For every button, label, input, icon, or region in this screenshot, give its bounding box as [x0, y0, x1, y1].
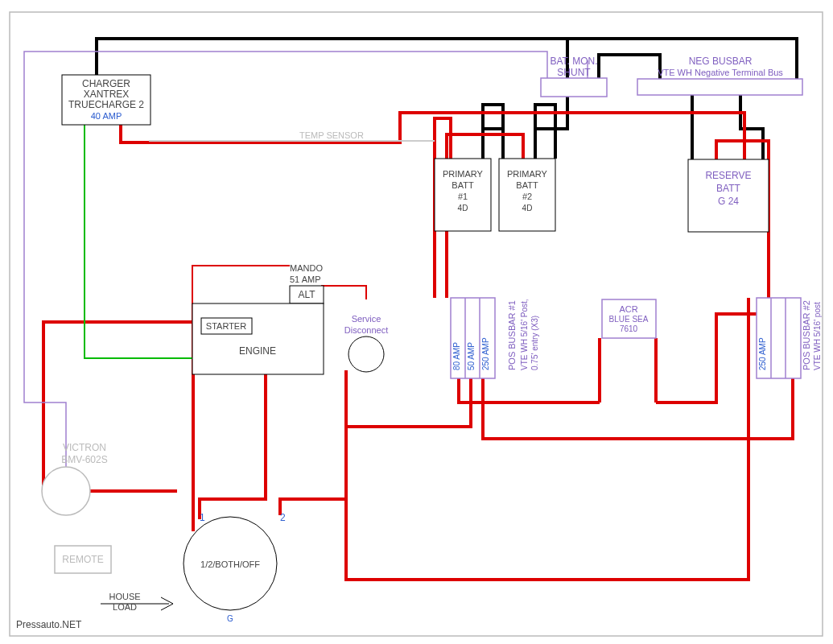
wiring-diagram: CHARGER XANTREX TRUECHARGE 2 40 AMP BAT.…	[0, 0, 833, 644]
svg-text:BATT: BATT	[716, 183, 740, 194]
primary-batt-1: PRIMARY BATT #1 4D	[435, 159, 491, 231]
reserve-batt: RESERVE BATT G 24	[688, 159, 769, 232]
svg-text:RESERVE: RESERVE	[705, 170, 751, 181]
svg-text:VICTRON: VICTRON	[63, 442, 106, 453]
svg-text:1: 1	[200, 512, 205, 523]
svg-text:VTE WH 5/16' Post,: VTE WH 5/16' Post,	[520, 299, 529, 370]
svg-text:#2: #2	[522, 192, 532, 201]
svg-text:51 AMP: 51 AMP	[290, 275, 321, 284]
svg-text:80 AMP: 80 AMP	[452, 342, 461, 370]
svg-text:MANDO: MANDO	[290, 263, 323, 273]
svg-text:PRIMARY: PRIMARY	[507, 169, 548, 179]
svg-text:POS BUSBAR #1: POS BUSBAR #1	[507, 300, 517, 370]
primary-batt-2: PRIMARY BATT #2 4D	[499, 159, 555, 231]
svg-text:1/2/BOTH/OFF: 1/2/BOTH/OFF	[200, 559, 260, 569]
svg-text:ACR: ACR	[619, 304, 637, 314]
svg-text:BATT: BATT	[452, 180, 474, 190]
svg-text:2: 2	[280, 512, 286, 523]
charger-l1: CHARGER	[82, 78, 130, 89]
svg-point-48	[42, 467, 90, 515]
svg-text:BMV-602S: BMV-602S	[61, 454, 107, 465]
svg-text:STARTER: STARTER	[206, 321, 246, 331]
watermark: Pressauto.NET	[16, 619, 82, 630]
svg-text:Service: Service	[352, 314, 381, 324]
svg-text:PRIMARY: PRIMARY	[443, 169, 484, 179]
engine-block: STARTER ENGINE	[192, 303, 324, 374]
svg-text:4D: 4D	[458, 204, 468, 213]
svg-text:BATT: BATT	[516, 180, 538, 190]
svg-text:LOAD: LOAD	[113, 602, 137, 612]
svg-text:4D: 4D	[522, 204, 533, 213]
svg-text:BLUE SEA: BLUE SEA	[609, 315, 649, 324]
svg-text:#1: #1	[458, 192, 468, 201]
shunt-l2: SHUNT	[557, 67, 591, 78]
svg-text:Disconnect: Disconnect	[344, 325, 388, 335]
svg-text:0.75' entry (X3): 0.75' entry (X3)	[530, 316, 539, 370]
charger-block: CHARGER XANTREX TRUECHARGE 2 40 AMP	[62, 75, 151, 125]
svg-text:VTE WH 5/16' post: VTE WH 5/16' post	[813, 302, 822, 370]
charger-amp: 40 AMP	[91, 111, 122, 121]
svg-text:50 AMP: 50 AMP	[467, 342, 476, 370]
svg-text:POS BUSBAR #2: POS BUSBAR #2	[802, 300, 811, 370]
svg-text:REMOTE: REMOTE	[62, 554, 103, 565]
svg-point-26	[348, 336, 384, 372]
remote: REMOTE	[55, 546, 111, 573]
svg-text:G 24: G 24	[718, 196, 739, 207]
svg-text:250 AMP: 250 AMP	[758, 337, 767, 370]
neg-busbar-l1: NEG BUSBAR	[689, 56, 753, 67]
svg-text:250 AMP: 250 AMP	[481, 337, 490, 370]
temp-sensor-label: TEMP SENSOR	[299, 130, 364, 140]
pos-busbar-1: POS BUSBAR #1 VTE WH 5/16' Post, 0.75' e…	[451, 298, 539, 378]
svg-text:ALT: ALT	[298, 289, 315, 300]
svg-text:ENGINE: ENGINE	[239, 345, 276, 357]
svg-rect-3	[637, 79, 802, 95]
neg-busbar-l2: VTE WH Negative Terminal Bus	[658, 68, 783, 77]
charger-l3: TRUECHARGE 2	[68, 99, 144, 110]
shunt-l1: BAT. MON.	[550, 56, 597, 67]
svg-text:HOUSE: HOUSE	[109, 592, 140, 601]
charger-l2: XANTREX	[84, 89, 130, 100]
alternator: MANDO 51 AMP ALT	[290, 263, 324, 303]
svg-rect-22	[192, 303, 324, 374]
ground-label: G	[227, 614, 233, 623]
acr: ACR BLUE SEA 7610	[602, 299, 656, 338]
svg-text:7610: 7610	[620, 324, 638, 333]
svg-rect-2	[541, 78, 607, 97]
